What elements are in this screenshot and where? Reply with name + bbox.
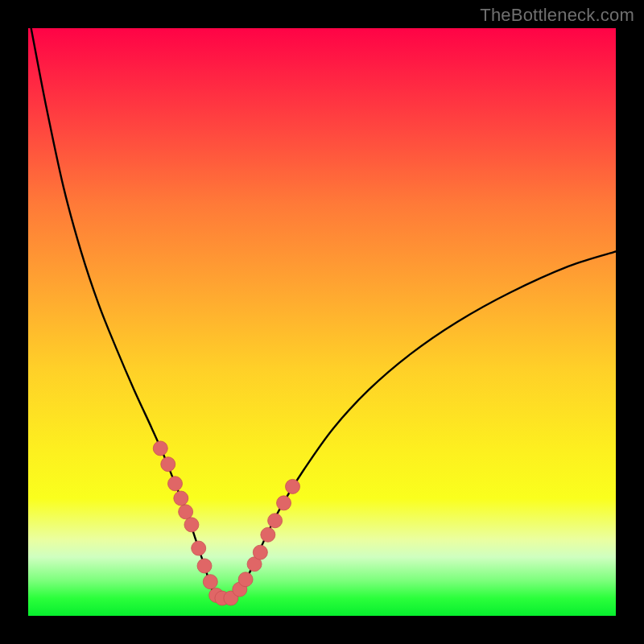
plot-area <box>28 28 616 616</box>
marker-dot <box>253 545 267 559</box>
marker-dot <box>174 491 188 506</box>
marker-dot <box>261 527 275 542</box>
marker-dot <box>286 479 300 493</box>
marker-dot <box>179 505 193 519</box>
bottleneck-curve <box>31 28 616 599</box>
marker-dot <box>203 575 217 589</box>
watermark-text: TheBottleneck.com <box>480 5 634 26</box>
marker-dot <box>197 559 212 573</box>
marker-dot <box>268 514 283 528</box>
marker-dot <box>184 518 199 532</box>
marker-dot <box>192 541 206 555</box>
marker-dot <box>161 457 175 472</box>
marker-dot <box>238 572 253 587</box>
marker-dot <box>153 441 167 456</box>
chart-stage: TheBottleneck.com <box>0 0 644 644</box>
chart-svg <box>28 28 616 616</box>
highlighted-points <box>153 441 299 605</box>
marker-dot <box>168 477 183 491</box>
marker-dot <box>277 496 291 510</box>
